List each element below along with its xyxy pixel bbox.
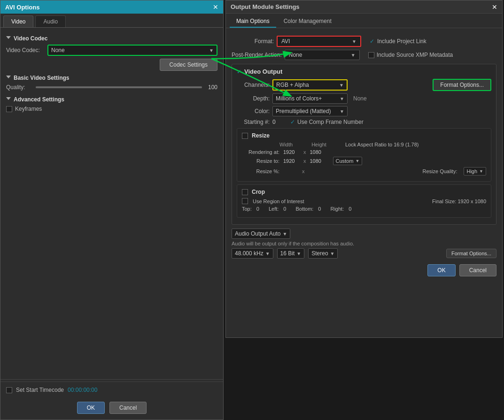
advanced-settings-header: Advanced Settings: [6, 96, 217, 103]
output-body: Format: AVI ▼ ✓ Include Project Link Pos…: [226, 28, 502, 337]
avi-bottom-bar: Set Start Timecode 00:00:00:00: [0, 382, 223, 398]
left-label: Left:: [269, 206, 279, 212]
color-value: Premultiplied (Matted): [276, 108, 331, 115]
top-value: 0: [256, 206, 259, 212]
resize-pct-row: Resize %: x Resize Quality: High ▼: [242, 167, 486, 176]
audio-section: Audio Output Auto ▼ Audio will be output…: [232, 229, 496, 259]
video-output-check-icon: ✓: [237, 69, 241, 75]
avi-cancel-button[interactable]: Cancel: [109, 402, 147, 414]
audio-freq-value: 48.000 kHz: [235, 250, 264, 257]
basic-video-collapse-icon[interactable]: [6, 76, 11, 80]
quality-slider[interactable]: [36, 86, 202, 88]
tab-main-options[interactable]: Main Options: [230, 15, 276, 28]
video-output-label: Video Output: [244, 68, 282, 75]
resize-quality-value: High: [466, 168, 477, 174]
resize-to-row: Resize to: 1920 x 1080 Custom ▼: [242, 157, 486, 165]
resize-to-dropdown[interactable]: Custom ▼: [333, 157, 363, 165]
starting-hash-value: 0: [272, 119, 282, 125]
timecode-section: Set Start Timecode 00:00:00:00: [6, 387, 217, 393]
format-arrow-icon: ▼: [352, 39, 357, 44]
resize-pct-label: Resize %:: [242, 168, 279, 174]
video-codec-title: Video Codec: [14, 35, 47, 42]
resize-to-arrow-icon: ▼: [355, 159, 359, 163]
quality-value: 100: [206, 84, 217, 91]
depth-none-text: None: [353, 95, 367, 102]
right-label: Right:: [330, 206, 344, 212]
audio-freq-dropdown[interactable]: 48.000 kHz ▼: [232, 248, 273, 259]
top-label: Top:: [242, 206, 252, 212]
video-codec-section-header: Video Codec: [6, 35, 217, 42]
channels-arrow-icon: ▼: [339, 83, 344, 88]
avi-close-button[interactable]: ✕: [213, 4, 218, 10]
quality-label: Quality:: [6, 84, 32, 91]
output-close-button[interactable]: ✕: [492, 4, 497, 10]
audio-format-options-button[interactable]: Format Options...: [446, 249, 496, 258]
audio-bit-value: 16 Bit: [280, 250, 295, 257]
color-dropdown[interactable]: Premultiplied (Matted) ▼: [272, 106, 348, 116]
crop-values-row: Top: 0 Left: 0 Bottom: 0 Right: 0: [242, 206, 486, 212]
post-render-label: Post-Render Action:: [232, 52, 282, 58]
tab-color-management[interactable]: Color Management: [277, 15, 338, 28]
audio-channels-arrow-icon: ▼: [330, 251, 335, 256]
video-codec-dropdown[interactable]: None ▼: [47, 45, 217, 56]
output-cancel-button[interactable]: Cancel: [459, 264, 496, 276]
avi-title: AVI Options: [5, 4, 39, 11]
output-module-window: Output Module Settings ✕ Main Options Co…: [225, 0, 503, 338]
format-options-button[interactable]: Format Options...: [433, 79, 491, 91]
channels-dropdown[interactable]: RGB + Alpha ▼: [272, 79, 348, 91]
channels-label: Channels:: [237, 82, 270, 88]
audio-output-arrow-icon: ▼: [282, 231, 287, 237]
x-separator-3: x: [302, 168, 305, 174]
use-roi-checkbox[interactable]: [242, 198, 248, 204]
resize-checkbox[interactable]: [242, 133, 248, 139]
video-codec-collapse-icon[interactable]: [6, 36, 11, 41]
advanced-settings-collapse-icon[interactable]: [6, 97, 11, 102]
format-value: AVI: [281, 38, 290, 45]
use-comp-frame-check-icon: ✓: [290, 119, 295, 125]
avi-options-window: AVI Options ✕ Video Audio Video Codec Vi…: [0, 0, 224, 420]
include-project-link-check-icon: ✓: [370, 38, 374, 45]
format-row: Format: AVI ▼ ✓ Include Project Link: [232, 36, 496, 47]
color-arrow-icon: ▼: [340, 109, 344, 114]
set-start-timecode-checkbox[interactable]: [6, 387, 12, 393]
post-render-dropdown[interactable]: None ▼: [285, 50, 360, 60]
audio-output-dropdown[interactable]: Audio Output Auto ▼: [232, 229, 290, 239]
avi-ok-button[interactable]: OK: [77, 402, 105, 414]
color-label: Color:: [237, 108, 270, 115]
set-start-timecode-label: Set Start Timecode: [16, 387, 64, 393]
ok-cancel-row: OK Cancel: [232, 264, 496, 280]
post-render-arrow-icon: ▼: [351, 53, 356, 58]
crop-checkbox[interactable]: [242, 189, 248, 195]
video-output-section: ✓ Video Output Channels: RGB + Alpha ▼ F…: [232, 64, 496, 225]
resize-quality-dropdown[interactable]: High ▼: [464, 167, 486, 176]
depth-dropdown[interactable]: Millions of Colors+ ▼: [272, 93, 348, 104]
codec-settings-button[interactable]: Codec Settings: [160, 59, 217, 71]
tab-audio[interactable]: Audio: [35, 15, 66, 27]
depth-row: Depth: Millions of Colors+ ▼ None: [237, 93, 491, 104]
audio-bit-dropdown[interactable]: 16 Bit ▼: [277, 248, 305, 259]
resize-to-label: Resize to:: [242, 158, 279, 164]
audio-bit-arrow-icon: ▼: [296, 251, 301, 256]
channels-row: Channels: RGB + Alpha ▼ Format Options..…: [237, 79, 491, 91]
output-ok-button[interactable]: OK: [427, 264, 455, 276]
resize-to-dropdown-value: Custom: [336, 158, 354, 164]
keyframes-checkbox[interactable]: [6, 106, 12, 112]
include-source-xmp-checkbox[interactable]: [368, 52, 374, 58]
rendering-width: 1920: [283, 149, 300, 155]
x-separator-1: x: [303, 149, 306, 155]
tab-video[interactable]: Video: [3, 15, 33, 27]
crop-header: Crop: [242, 189, 486, 195]
avi-main-content: Video Codec Video Codec: None ▼ Codec Se…: [0, 28, 223, 206]
audio-note: Audio will be output only if the composi…: [232, 241, 496, 246]
crop-roi-row: Use Region of Interest Final Size: 1920 …: [242, 198, 486, 204]
right-value: 0: [349, 206, 351, 212]
depth-label: Depth:: [237, 95, 270, 102]
resize-to-height: 1080: [310, 158, 326, 164]
format-dropdown[interactable]: AVI ▼: [277, 36, 361, 47]
use-roi-label: Use Region of Interest: [253, 199, 304, 204]
audio-output-row: Audio Output Auto ▼: [232, 229, 496, 239]
audio-output-value: Audio Output Auto: [235, 230, 280, 237]
col-width-header: Width: [279, 142, 293, 147]
include-project-link-label: Include Project Link: [377, 38, 426, 45]
audio-channels-dropdown[interactable]: Stereo ▼: [308, 248, 338, 259]
